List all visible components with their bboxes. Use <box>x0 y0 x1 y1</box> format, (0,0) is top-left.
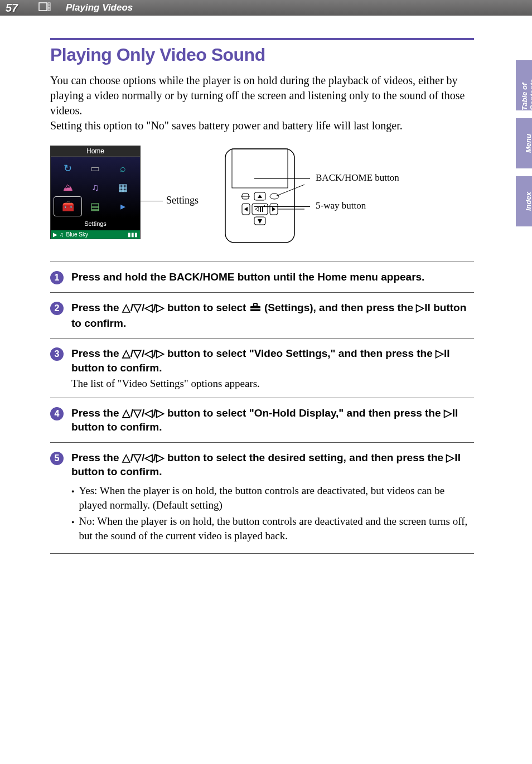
step-1-text: Press and hold the BACK/HOME button unti… <box>71 270 474 284</box>
dpad-arrows-icon: △/▽/◁/▷ <box>122 452 165 463</box>
svg-rect-26 <box>254 303 257 306</box>
photo-icon: ⛰ <box>54 178 81 197</box>
svg-rect-16 <box>260 206 261 212</box>
svg-marker-10 <box>258 195 262 198</box>
step-1: 1 Press and hold the BACK/HOME button un… <box>50 262 474 292</box>
svg-rect-27 <box>250 308 260 310</box>
svg-marker-13 <box>244 207 248 211</box>
settings-toolbox-icon <box>249 302 262 316</box>
step-5-text: Press the △/▽/◁/▷ button to select the d… <box>71 451 474 479</box>
radio-icon: ▭ <box>81 159 109 178</box>
breadcrumb: Playing Videos <box>56 2 133 13</box>
play-icon: ▶ <box>53 231 57 238</box>
step-number-2: 2 <box>50 302 64 315</box>
svg-rect-0 <box>39 3 47 11</box>
now-playing-bar: ▶ ♫ Blue Sky ▮▮▮ <box>51 230 140 239</box>
svg-rect-6 <box>232 149 288 188</box>
title-rule <box>50 38 474 40</box>
step-number-5: 5 <box>50 452 64 465</box>
step-number-3: 3 <box>50 347 64 361</box>
now-playing-title: Blue Sky <box>66 231 88 238</box>
page-number: 57 <box>6 2 33 14</box>
tab-table-of-contents[interactable]: Table of Contents <box>516 60 532 110</box>
dpad-arrows-icon: △/▽/◁/▷ <box>122 302 165 313</box>
play-pause-icon: ▷II <box>436 347 450 359</box>
svg-marker-22 <box>258 219 262 224</box>
play-pause-icon: ▷II <box>444 407 458 419</box>
play-pause-icon: ▷II <box>416 302 431 313</box>
step-5: 5 Press the △/▽/◁/▷ button to select the… <box>50 443 474 553</box>
svg-rect-1 <box>48 3 50 11</box>
music-note-icon: ♫ <box>60 231 64 238</box>
page-title: Playing Only Video Sound <box>50 45 474 65</box>
video-section-icon <box>33 2 56 14</box>
list-item: No: When the player is on hold, the butt… <box>71 514 474 543</box>
intro-paragraph-2: Setting this option to "No" saves batter… <box>50 119 403 132</box>
playlist-icon: ▤ <box>81 197 109 216</box>
dpad-arrows-icon: △/▽/◁/▷ <box>122 407 165 419</box>
step-3-text: Press the △/▽/◁/▷ button to select "Vide… <box>71 346 474 375</box>
step-3-follow: The list of "Video Settings" options app… <box>71 378 474 390</box>
tab-index[interactable]: Index <box>516 176 532 226</box>
settings-callout: Settings <box>141 195 199 239</box>
step-5-bullets: Yes: When the player is on hold, the but… <box>71 483 474 543</box>
intro-paragraph-1: You can choose options while the player … <box>50 74 465 117</box>
step-4: 4 Press the △/▽/◁/▷ button to select "On… <box>50 398 474 442</box>
device-settings-label: Settings <box>51 218 140 230</box>
battery-icon: ▮▮▮ <box>128 231 138 238</box>
play-pause-icon: ▷II <box>446 452 461 463</box>
search-icon: ⌕ <box>109 159 137 178</box>
music-icon: ♫ <box>81 178 109 197</box>
device-mockup: Home ↻ ▭ ⌕ ⛰ ♫ ▦ 🧰 ▤ ▸ Settings ▶ ♫ Blue… <box>50 146 141 239</box>
step-2-text: Press the △/▽/◁/▷ button to select (Sett… <box>71 301 474 330</box>
step-4-text: Press the △/▽/◁/▷ button to select "On-H… <box>71 406 474 434</box>
back-home-label: BACK/HOME button <box>316 172 399 183</box>
divider <box>50 553 474 554</box>
svg-marker-20 <box>272 207 275 211</box>
intro-text: You can choose options while the player … <box>50 73 474 133</box>
list-item: Yes: When the player is on hold, the but… <box>71 483 474 512</box>
shuffle-icon: ↻ <box>54 159 81 178</box>
step-2: 2 Press the △/▽/◁/▷ button to select (Se… <box>50 293 474 338</box>
svg-rect-17 <box>262 206 263 212</box>
tab-menu[interactable]: Menu <box>516 118 532 168</box>
fiveway-label: 5-way button <box>316 200 399 211</box>
step-number-4: 4 <box>50 407 64 420</box>
settings-toolbox-icon: 🧰 <box>54 197 81 216</box>
svg-marker-15 <box>255 207 259 211</box>
step-3: 3 Press the △/▽/◁/▷ button to select "Vi… <box>50 339 474 397</box>
dpad-arrows-icon: △/▽/◁/▷ <box>122 347 165 359</box>
svg-line-23 <box>277 185 304 196</box>
page-header: 57 Playing Videos <box>0 0 532 16</box>
video-list-icon: ▦ <box>109 178 137 197</box>
player-diagram: BACK/HOME button 5-way button <box>215 146 399 246</box>
step-number-1: 1 <box>50 271 64 284</box>
device-home-label: Home <box>51 146 140 157</box>
now-playing-icon: ▸ <box>109 197 137 216</box>
svg-point-11 <box>270 194 279 199</box>
